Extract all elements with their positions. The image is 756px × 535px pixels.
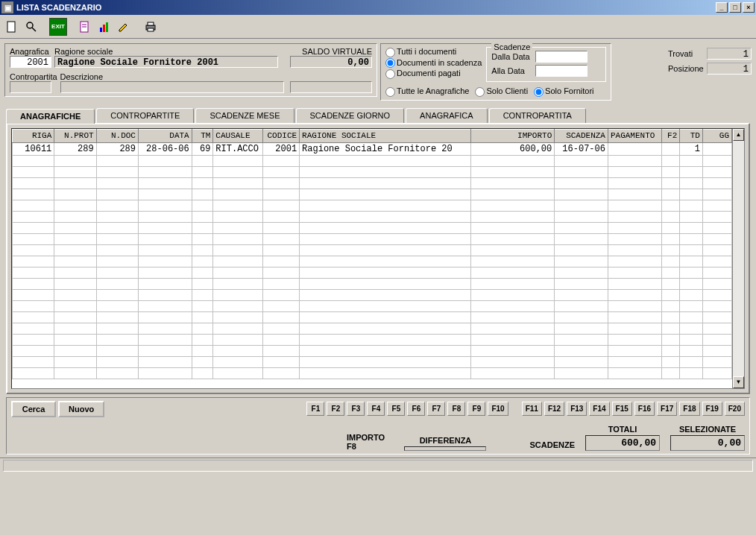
- table-row[interactable]: [13, 222, 732, 233]
- tab-contropartite[interactable]: CONTROPARTITE: [96, 108, 194, 123]
- radio-solo-clienti[interactable]: Solo Clienti: [475, 86, 528, 97]
- toolbar: EXIT: [0, 15, 756, 39]
- anagrafica-input[interactable]: 2001: [10, 56, 51, 68]
- f5-button[interactable]: F5: [387, 402, 405, 416]
- scadenze-fieldset: Scadenze Dalla Data Alla Data: [486, 47, 606, 82]
- table-row[interactable]: [13, 155, 732, 166]
- col-gg[interactable]: GG: [702, 129, 731, 142]
- f13-button[interactable]: F13: [567, 402, 587, 416]
- table-row[interactable]: [13, 367, 732, 379]
- tab-scadenze-giorno[interactable]: SCADENZE GIORNO: [296, 108, 405, 123]
- minimize-button[interactable]: _: [716, 2, 728, 13]
- f2-button[interactable]: F2: [327, 402, 344, 416]
- table-row[interactable]: [13, 256, 732, 267]
- col-codice[interactable]: CODICE: [262, 129, 299, 142]
- f1-button[interactable]: F1: [306, 402, 324, 416]
- col-importo[interactable]: IMPORTO: [470, 129, 555, 142]
- table-row[interactable]: [13, 278, 732, 289]
- f3-button[interactable]: F3: [347, 402, 365, 416]
- importo-f8-label: IMPORTO F8: [347, 433, 394, 451]
- alla-data-input[interactable]: [535, 65, 588, 77]
- tab-anagrafica[interactable]: ANAGRAFICA: [406, 108, 488, 123]
- contropartita-input[interactable]: [10, 81, 51, 93]
- f10-button[interactable]: F10: [488, 402, 508, 416]
- totali-value: 600,00: [585, 435, 660, 451]
- print-icon[interactable]: [142, 18, 160, 36]
- f4-button[interactable]: F4: [367, 402, 385, 416]
- table-row[interactable]: [13, 334, 732, 345]
- doc-icon[interactable]: [76, 18, 94, 36]
- f16-button[interactable]: F16: [634, 402, 655, 416]
- radio-doc-pagati[interactable]: Documenti pagati: [385, 69, 482, 79]
- table-row[interactable]: 1061128928928-06-0669RIT.ACCO2001Ragione…: [13, 142, 732, 155]
- col-causale[interactable]: CAUSALE: [213, 129, 263, 142]
- table-row[interactable]: [13, 345, 732, 356]
- col-ndoc[interactable]: N.DOC: [96, 129, 138, 142]
- f11-button[interactable]: F11: [522, 402, 542, 416]
- dalla-data-label: Dalla Data: [491, 52, 532, 61]
- chart-icon[interactable]: [95, 18, 113, 36]
- table-row[interactable]: [13, 244, 732, 256]
- saldo-label: SALDO VIRTUALE: [302, 47, 372, 56]
- table-row[interactable]: [13, 311, 732, 323]
- tab-scadenze-mese[interactable]: SCADENZE MESE: [195, 108, 294, 123]
- scroll-down-icon[interactable]: ▼: [733, 376, 744, 388]
- table-row[interactable]: [13, 233, 732, 244]
- maximize-button[interactable]: □: [729, 2, 741, 13]
- tab-anagrafiche[interactable]: ANAGRAFICHE: [6, 109, 95, 124]
- f15-button[interactable]: F15: [612, 402, 632, 416]
- f6-button[interactable]: F6: [407, 402, 425, 416]
- table-row[interactable]: [13, 200, 732, 211]
- radio-solo-fornitori[interactable]: Solo Fornitori: [534, 86, 593, 97]
- radio-tutti-doc[interactable]: Tutti i documenti: [385, 47, 482, 57]
- table-row[interactable]: [13, 323, 732, 334]
- f8-button[interactable]: F8: [447, 402, 465, 416]
- table-row[interactable]: [13, 267, 732, 278]
- cerca-button[interactable]: Cerca: [11, 401, 56, 417]
- f9-button[interactable]: F9: [467, 402, 485, 416]
- col-nprot[interactable]: N.PROT: [54, 129, 96, 142]
- svg-rect-10: [148, 22, 154, 25]
- table-row[interactable]: [13, 166, 732, 177]
- bottom-panel: Cerca Nuovo F1 F2 F3 F4 F5 F6 F7 F8 F9 F…: [6, 397, 750, 455]
- f14-button[interactable]: F14: [589, 402, 609, 416]
- col-f2[interactable]: F2: [661, 129, 680, 142]
- title-bar: ▣ LISTA SCADENZARIO _ □ ×: [0, 0, 756, 15]
- contropartita-label: Contropartita: [10, 72, 57, 81]
- table-row[interactable]: [13, 289, 732, 300]
- radio-tutte-anag[interactable]: Tutte le Anagrafiche: [385, 86, 469, 97]
- close-button[interactable]: ×: [743, 2, 755, 13]
- tab-contropartita[interactable]: CONTROPARTITA: [489, 108, 586, 123]
- nuovo-button[interactable]: Nuovo: [58, 401, 104, 417]
- col-riga[interactable]: RIGA: [13, 129, 54, 142]
- f18-button[interactable]: F18: [679, 402, 699, 416]
- col-scadenza[interactable]: SCADENZA: [555, 129, 608, 142]
- f20-button[interactable]: F20: [725, 402, 745, 416]
- scroll-up-icon[interactable]: ▲: [733, 129, 744, 141]
- new-icon[interactable]: [3, 18, 21, 36]
- table-row[interactable]: [13, 211, 732, 222]
- selezionate-label: SELEZIONATE: [679, 425, 736, 434]
- data-table[interactable]: RIGA N.PROT N.DOC DATA TM CAUSALE CODICE…: [12, 129, 732, 379]
- f17-button[interactable]: F17: [657, 402, 677, 416]
- table-row[interactable]: [13, 189, 732, 200]
- f7-button[interactable]: F7: [427, 402, 445, 416]
- dalla-data-input[interactable]: [535, 51, 588, 63]
- table-row[interactable]: [13, 177, 732, 189]
- f12-button[interactable]: F12: [544, 402, 564, 416]
- col-tm[interactable]: TM: [192, 129, 213, 142]
- col-td[interactable]: TD: [680, 129, 703, 142]
- edit-icon[interactable]: [115, 18, 133, 36]
- window-title: LISTA SCADENZARIO: [16, 3, 101, 12]
- f19-button[interactable]: F19: [702, 402, 722, 416]
- vertical-scrollbar[interactable]: ▲ ▼: [732, 129, 744, 388]
- exit-icon[interactable]: EXIT: [49, 18, 67, 36]
- table-row[interactable]: [13, 356, 732, 367]
- col-pagamento[interactable]: PAGAMENTO: [608, 129, 661, 142]
- search-icon[interactable]: [22, 18, 40, 36]
- table-row[interactable]: [13, 300, 732, 311]
- col-ragione[interactable]: RAGIONE SOCIALE: [300, 129, 470, 142]
- svg-line-2: [32, 28, 36, 31]
- col-data[interactable]: DATA: [138, 129, 192, 142]
- radio-doc-scadenza[interactable]: Documenti in scadenza: [385, 58, 482, 69]
